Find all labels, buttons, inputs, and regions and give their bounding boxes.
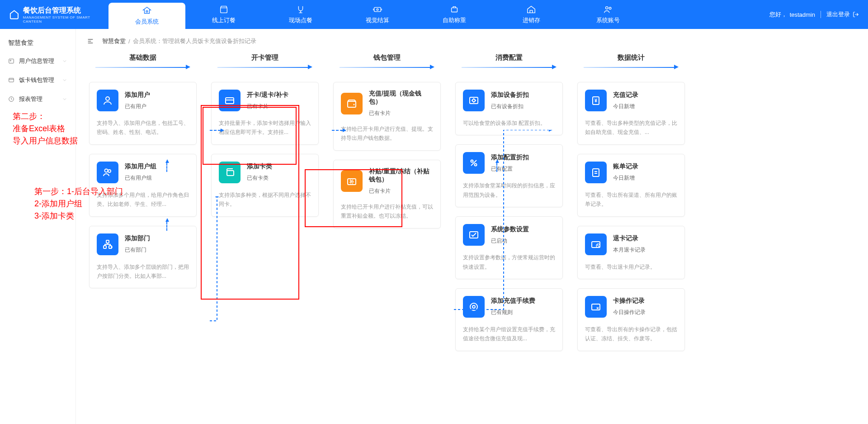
svg-point-5	[606, 7, 609, 9]
card-title: 补贴/重置/冻结（补贴钱包）	[369, 167, 433, 184]
card-icon	[463, 224, 485, 246]
card-title: 账单记录	[613, 162, 638, 171]
card-4-3[interactable]: 卡操作记录 今日操作记录 可查看、导出所有的卡操作记录，包括认证、冻结、挂失、作…	[577, 288, 685, 351]
collapse-icon[interactable]	[87, 38, 94, 45]
card-1-0[interactable]: 开卡/退卡/补卡 已有卡片 支持批量开卡，添加卡时选择用户输入相应信息即可开卡。…	[211, 82, 319, 145]
card-0-0[interactable]: 添加用户 已有用户 支持导入、添加用户信息，包括工号、密码、姓名、性别、电话。	[89, 82, 197, 145]
sidebar-icon	[8, 58, 14, 64]
nav-item-1[interactable]: 线上订餐	[185, 0, 262, 29]
card-icon	[463, 152, 485, 174]
card-desc: 可查看、导出所有渠道、所有用户的账单记录。	[585, 191, 677, 209]
column-arrow	[462, 65, 557, 69]
card-desc: 可查看、导出所有的卡操作记录，包括认证、冻结、挂失、作废等。	[585, 325, 677, 343]
card-icon	[463, 296, 485, 318]
card-desc: 支持导入、添加多个层级的部门，把用户按部门分类。比如人事部...	[97, 262, 189, 281]
svg-point-6	[609, 7, 611, 10]
breadcrumb-root[interactable]: 智慧食堂	[102, 37, 126, 45]
card-3-2[interactable]: 系统参数设置 已启动 支持设置参考数据，方便常规运营时的快速设置。	[455, 216, 563, 279]
card-subtitle: 已有部门	[125, 246, 150, 254]
sidebar-item-1[interactable]: 饭卡钱包管理	[0, 71, 75, 90]
annotation-step1: 第一步：1-后台导入部门 2-添加用户组 3-添加卡类	[34, 186, 123, 222]
card-title: 添加用户	[125, 91, 150, 99]
card-subtitle: 已有卡片	[369, 110, 433, 117]
card-subtitle: 本月退卡记录	[613, 246, 646, 254]
column-title: 钱包管理	[373, 53, 401, 62]
nav-item-0[interactable]: 会员系统	[108, 3, 185, 29]
app-title: 餐饮后台管理系统	[23, 6, 99, 15]
card-subtitle: 已有配置	[491, 165, 529, 173]
card-2-1[interactable]: 补贴/重置/冻结（补贴钱包） 已有卡片 支持给已开卡用户进行补贴充值，可以重置补…	[333, 160, 441, 229]
svg-rect-9	[9, 78, 14, 82]
nav-item-2[interactable]: 现场点餐	[262, 0, 339, 29]
card-desc: 支持给已开卡用户进行充值、提现。支持导出用户钱包数据。	[341, 124, 433, 143]
nav-item-4[interactable]: 自助称重	[416, 0, 493, 29]
card-desc: 可以给食堂的设备添加 配置折扣。	[463, 119, 555, 128]
logout-icon[interactable]	[853, 11, 859, 18]
sidebar-item-0[interactable]: 用户信息管理	[0, 52, 75, 71]
card-icon	[97, 90, 118, 111]
column-title: 消费配置	[495, 53, 523, 62]
card-icon	[341, 93, 363, 114]
logout-link[interactable]: 退出登录	[826, 10, 850, 19]
nav-label: 线上订餐	[212, 16, 236, 24]
card-title: 添加设备折扣	[491, 91, 529, 99]
card-subtitle: 今日操作记录	[613, 309, 646, 316]
card-title: 系统参数设置	[491, 225, 529, 233]
sidebar-head: 智慧食堂	[0, 34, 75, 52]
logo-icon	[9, 9, 19, 20]
card-3-3[interactable]: 添加充值手续费 已有规则 支持给某个用户组设置充值手续费，充值途径包含微信充值及…	[455, 288, 563, 351]
nav-label: 现场点餐	[289, 16, 312, 24]
card-1-1[interactable]: 添加卡类 已有卡类 支持添加多种类，根据不同用户选择不同卡。	[211, 154, 319, 217]
card-subtitle: 已有卡类	[247, 174, 272, 182]
app-subtitle: MANAGEMENT SYSTEM OF SMART CANTEEN	[23, 15, 99, 24]
card-desc: 可查看、导出多种类型的充值记录，比如自助充值、现金充值、...	[585, 119, 677, 137]
card-4-1[interactable]: 账单记录 今日新增 可查看、导出所有渠道、所有用户的账单记录。	[577, 154, 685, 217]
card-3-1[interactable]: 添加配置折扣 已有配置 支持添加食堂某时间段的折扣信息，应用范围为设备。	[455, 144, 563, 207]
card-title: 添加用户组	[125, 162, 156, 171]
sidebar-label: 报表管理	[19, 95, 42, 103]
nav-item-6[interactable]: 系统账号	[570, 0, 646, 29]
card-desc: 支持添加食堂某时间段的折扣信息，应用范围为设备。	[463, 181, 555, 200]
nav-icon	[219, 5, 229, 14]
nav-label: 进销存	[523, 16, 540, 24]
card-title: 充值记录	[613, 91, 638, 99]
card-4-0[interactable]: 充值记录 今日新增 可查看、导出多种类型的充值记录，比如自助充值、现金充值、..…	[577, 82, 685, 145]
card-subtitle: 已有设备折扣	[491, 103, 529, 110]
card-title: 添加充值手续费	[491, 297, 535, 305]
column-arrow	[584, 65, 679, 69]
card-desc: 可查看、导出退卡用户记录。	[585, 262, 677, 272]
card-0-2[interactable]: 添加部门 已有部门 支持导入、添加多个层级的部门，把用户按部门分类。比如人事部.…	[89, 226, 197, 289]
svg-rect-4	[452, 8, 458, 12]
card-title: 添加卡类	[247, 162, 272, 171]
svg-rect-2	[374, 7, 381, 11]
card-subtitle: 已有卡片	[247, 103, 288, 110]
nav-label: 会员系统	[135, 18, 159, 26]
nav-icon	[449, 5, 459, 14]
sidebar-label: 用户信息管理	[19, 57, 54, 65]
nav-label: 视觉结算	[366, 16, 389, 24]
breadcrumb: 智慧食堂 / 会员系统： 管理就餐人员饭卡充值设备折扣记录	[87, 29, 857, 53]
sidebar-icon	[8, 77, 14, 83]
card-subtitle: 今日新增	[613, 174, 638, 182]
card-desc: 支持给已开卡用户进行补贴充值，可以重置补贴金额。也可以冻结。	[341, 202, 433, 221]
card-2-0[interactable]: 充值/提现（现金钱包） 已有卡片 支持给已开卡用户进行充值、提现。支持导出用户钱…	[333, 82, 441, 151]
sidebar-item-2[interactable]: 报表管理	[0, 90, 75, 109]
main: 智慧食堂 / 会员系统： 管理就餐人员饭卡充值设备折扣记录 基础数据 添加用户 …	[76, 29, 868, 424]
card-subtitle: 已有用户组	[125, 174, 156, 182]
nav-item-5[interactable]: 进销存	[493, 0, 570, 29]
card-desc: 支持给某个用户组设置充值手续费，充值途径包含微信充值及现...	[463, 325, 555, 343]
header-right: 您好， testadmin 退出登录	[760, 10, 868, 19]
chevron-down-icon	[62, 58, 67, 64]
card-icon	[219, 162, 241, 183]
main-nav: 会员系统线上订餐现场点餐视觉结算自助称重进销存系统账号	[108, 0, 760, 29]
breadcrumb-sep: /	[128, 38, 130, 45]
sidebar-icon	[8, 96, 14, 102]
card-title: 添加部门	[125, 234, 150, 243]
card-title: 开卡/退卡/补卡	[247, 91, 288, 99]
column-4: 数据统计 充值记录 今日新增 可查看、导出多种类型的充值记录，比如自助充值、现金…	[575, 53, 687, 360]
card-4-2[interactable]: 退卡记录 本月退卡记录 可查看、导出退卡用户记录。	[577, 226, 685, 279]
nav-item-3[interactable]: 视觉结算	[339, 0, 416, 29]
card-3-0[interactable]: 添加设备折扣 已有设备折扣 可以给食堂的设备添加 配置折扣。	[455, 82, 563, 135]
card-subtitle: 已有规则	[491, 309, 535, 316]
card-icon	[97, 233, 118, 255]
